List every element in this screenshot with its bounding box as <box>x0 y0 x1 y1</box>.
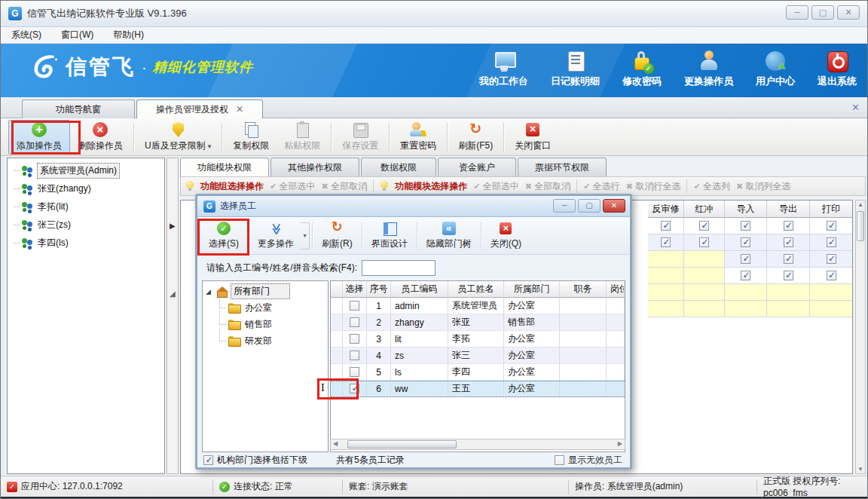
select-all-rows-link[interactable]: ✔ 全选行 <box>583 180 620 193</box>
module-cancel-all-link[interactable]: ✖ 全部取消 <box>525 180 571 193</box>
perm-tab-function-module[interactable]: 功能模块权限 <box>180 158 269 176</box>
copy-permissions-button[interactable]: 复制权限 <box>225 120 277 155</box>
perm-checkbox[interactable] <box>784 271 793 280</box>
perm-checkbox-cell[interactable] <box>810 268 853 284</box>
employee-row-3[interactable]: 3 lit 李拓 办公室 <box>331 331 625 347</box>
permission-grid-vscrollbar[interactable]: ▲ ▼ <box>855 200 866 474</box>
perm-checkbox-cell[interactable] <box>767 234 810 251</box>
employee-checkbox-checked[interactable] <box>350 384 359 393</box>
perm-checkbox-cell[interactable] <box>725 234 767 251</box>
journal-detail-button[interactable]: 日记账明细 <box>551 50 600 88</box>
perm-tab-data[interactable]: 数据权限 <box>361 158 436 176</box>
employee-search-input[interactable] <box>362 260 436 276</box>
hide-dept-tree-button[interactable]: 隐藏部门树 <box>420 219 478 253</box>
employee-row-2[interactable]: 2 zhangy 张亚 销售部 <box>331 314 625 331</box>
perm-tab-fund-account[interactable]: 资金账户 <box>438 158 516 176</box>
dialog-maximize-button[interactable]: ▢ <box>578 199 601 213</box>
employee-row-4[interactable]: 4 zs 张三 办公室 <box>331 347 625 364</box>
ukey-login-limit-button[interactable]: U盾及登录限制▾ <box>137 120 219 155</box>
perm-checkbox[interactable] <box>827 254 836 264</box>
perm-checkbox[interactable] <box>699 237 709 247</box>
tabstrip-close-icon[interactable]: ✕ <box>851 102 860 113</box>
perm-checkbox-cell[interactable] <box>684 234 725 251</box>
close-window-button[interactable]: 关闭窗口 <box>507 120 558 155</box>
employee-checkbox[interactable] <box>350 334 359 344</box>
dialog-minimize-button[interactable]: ─ <box>553 199 576 213</box>
tab-operator-management[interactable]: 操作员管理及授权✕ <box>136 99 263 118</box>
dialog-refresh-button[interactable]: 刷新(R) <box>315 219 359 253</box>
employee-table-hscrollbar[interactable]: ◀ ▶ <box>330 439 625 450</box>
select-button[interactable]: 选择(S) <box>202 219 246 253</box>
tab-function-nav[interactable]: 功能导航窗 <box>22 99 135 118</box>
dept-tree-root[interactable]: ◢ 所有部门 <box>203 283 328 299</box>
perm-tab-bill-stage[interactable]: 票据环节权限 <box>518 158 607 176</box>
perm-checkbox[interactable] <box>827 237 836 247</box>
perm-checkbox-cell[interactable] <box>767 268 810 284</box>
perm-checkbox-cell[interactable] <box>810 251 853 268</box>
my-workbench-button[interactable]: 我的工作台 <box>479 50 528 88</box>
employee-checkbox[interactable] <box>350 351 359 360</box>
vscrollbar-thumb[interactable] <box>857 211 864 241</box>
perm-checkbox[interactable] <box>741 254 750 264</box>
perm-checkbox[interactable] <box>827 221 836 231</box>
window-minimize-button[interactable]: ─ <box>786 5 808 20</box>
window-close-button[interactable]: ✕ <box>837 5 860 20</box>
operator-item-admin[interactable]: 系统管理员(Admin) <box>8 161 164 179</box>
perm-checkbox-cell[interactable] <box>810 234 853 251</box>
perm-checkbox-cell[interactable] <box>725 218 767 234</box>
select-all-cols-link[interactable]: ✔ 全选列 <box>693 180 730 193</box>
more-actions-dropdown-icon[interactable]: ▾ <box>301 222 310 250</box>
user-center-button[interactable]: 用户中心 <box>756 50 795 88</box>
perm-checkbox[interactable] <box>741 221 750 231</box>
dialog-close-action-button[interactable]: 关闭(Q) <box>484 219 528 253</box>
perm-checkbox[interactable] <box>784 237 793 247</box>
perm-checkbox[interactable] <box>661 237 671 247</box>
menu-help[interactable]: 帮助(H) <box>113 29 144 41</box>
window-maximize-button[interactable]: ▢ <box>811 5 834 20</box>
dept-item-office[interactable]: 办公室 <box>203 299 328 316</box>
operator-item-ls[interactable]: 李四(ls) <box>8 234 164 252</box>
delete-operator-button[interactable]: 删除操作员 <box>70 120 130 155</box>
perm-checkbox-cell[interactable] <box>648 234 684 251</box>
perm-checkbox[interactable] <box>661 221 671 231</box>
perm-checkbox-cell[interactable] <box>810 218 853 234</box>
perm-checkbox[interactable] <box>699 221 709 231</box>
employee-row-1[interactable]: 1 admin 系统管理员 办公室 <box>331 298 625 314</box>
dept-item-sales[interactable]: 销售部 <box>203 316 328 332</box>
employee-checkbox[interactable] <box>350 367 359 377</box>
group-cancel-all-link[interactable]: ✖ 全部取消 <box>322 180 368 193</box>
employee-row-6-selected[interactable]: 6 ww 王五 办公室 <box>331 381 625 397</box>
perm-checkbox-cell[interactable] <box>767 218 810 234</box>
add-operator-button[interactable]: 添加操作员 <box>8 120 70 155</box>
menu-window[interactable]: 窗口(W) <box>61 29 93 41</box>
perm-checkbox[interactable] <box>741 271 750 280</box>
perm-tab-other-ops[interactable]: 其他操作权限 <box>270 158 359 176</box>
include-sub-dept-checkbox[interactable] <box>203 455 213 465</box>
perm-checkbox[interactable] <box>784 221 793 231</box>
refresh-button[interactable]: 刷新(F5) <box>451 120 500 155</box>
perm-checkbox[interactable] <box>827 271 836 280</box>
tab-close-icon[interactable]: ✕ <box>236 104 243 115</box>
more-actions-button[interactable]: 更多操作 <box>251 219 301 253</box>
exit-system-button[interactable]: 退出系统 <box>818 50 857 88</box>
menu-system[interactable]: 系统(S) <box>11 29 41 41</box>
operator-item-lit[interactable]: 李拓(lit) <box>8 197 164 216</box>
perm-checkbox[interactable] <box>741 237 750 247</box>
module-select-all-link[interactable]: ✔ 全部选中 <box>473 180 519 193</box>
dropdown-arrow-icon[interactable]: ▾ <box>208 142 212 150</box>
show-invalid-option[interactable]: 显示无效员工 <box>555 454 622 467</box>
perm-checkbox-cell[interactable] <box>684 218 725 234</box>
employee-checkbox[interactable] <box>350 317 359 327</box>
cancel-all-cols-link[interactable]: ✖ 取消列全选 <box>736 180 791 193</box>
perm-checkbox[interactable] <box>784 254 793 264</box>
operator-item-zs[interactable]: 张三(zs) <box>8 216 164 234</box>
switch-operator-button[interactable]: 更换操作员 <box>684 50 733 88</box>
employee-row-5[interactable]: 5 ls 李四 办公室 <box>331 364 625 381</box>
tree-expand-icon[interactable]: ◢ <box>206 288 213 295</box>
cancel-all-rows-link[interactable]: ✖ 取消行全选 <box>626 180 681 193</box>
group-select-all-link[interactable]: ✔ 全部选中 <box>270 180 316 193</box>
show-invalid-checkbox[interactable] <box>555 455 564 465</box>
operator-item-zhangy[interactable]: 张亚(zhangy) <box>8 179 164 197</box>
perm-checkbox-cell[interactable] <box>767 251 810 268</box>
perm-checkbox-cell[interactable] <box>648 218 684 234</box>
